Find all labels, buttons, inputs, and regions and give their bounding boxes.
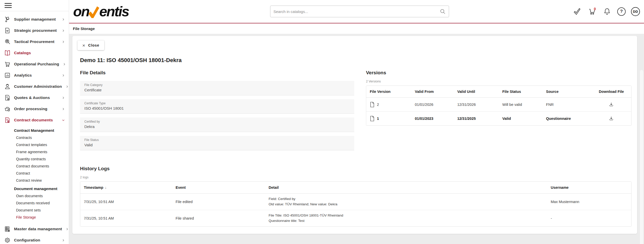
sidebar-item-order-processing[interactable]: Order processing	[0, 103, 69, 114]
log-username: -	[547, 210, 631, 226]
sidebar-item-configuration[interactable]: Configuration	[0, 235, 69, 244]
sidebar-section-document-management: Document management	[0, 184, 69, 192]
file-details-heading: File Details	[80, 70, 354, 76]
col-valid-until: Valid Until	[454, 86, 499, 98]
sidebar-item-master-data-management[interactable]: Master data management	[0, 223, 69, 235]
sidebar-item-tactical-procurement[interactable]: Tactical Procurement	[0, 36, 69, 47]
notifications-bell-icon[interactable]	[602, 7, 612, 16]
sidebar-item-analytics[interactable]: Analytics	[0, 70, 69, 81]
versions-table: File Version Valid From Valid Until File…	[366, 85, 632, 126]
sidebar-item-customer-administration[interactable]: Customer Administration	[0, 81, 69, 92]
field-file-category: File Category Certificate	[80, 81, 354, 95]
help-icon[interactable]: ?	[617, 7, 626, 16]
file-details-section: File Details File Category Certificate C…	[80, 64, 354, 154]
open-book-icon	[4, 50, 11, 56]
col-download-file: Download File	[592, 86, 631, 98]
vertical-scrollbar[interactable]	[640, 70, 643, 244]
field-label: File Category	[84, 83, 350, 87]
user-avatar[interactable]: DD	[631, 7, 640, 16]
field-label: Certificate Type	[84, 102, 350, 105]
sidebar-item-supplier-management[interactable]: Supplier management	[0, 14, 69, 25]
sidebar-item-contracts[interactable]: Contracts	[0, 134, 69, 141]
chevron-right-icon	[61, 40, 65, 44]
sidebar-item-contract-templates[interactable]: Contract templates	[0, 141, 69, 148]
bar-chart-icon	[4, 72, 11, 79]
search-input[interactable]	[273, 9, 440, 14]
sidebar-section-contract-management: Contract Management	[0, 126, 69, 134]
top-header: on entis 0 ? DD	[69, 0, 644, 23]
onventis-logo[interactable]: on entis	[73, 4, 129, 19]
field-label: File Status	[84, 138, 350, 142]
breadcrumb: File Storage	[69, 23, 644, 34]
sidebar-item-label: Master data management	[14, 227, 62, 231]
catalog-search	[270, 6, 449, 17]
valid-until: 12/31/2026	[454, 98, 499, 112]
document-percent-icon	[4, 94, 11, 101]
history-log-row: 7/31/25, 10:51 AM File shared File Title…	[80, 210, 631, 226]
sidebar-item-label: Catalogs	[14, 51, 31, 55]
log-timestamp: 7/31/25, 10:51 AM	[80, 194, 172, 210]
history-logs-section: History Logs 2 logs Timestamp↓ Event Det…	[80, 166, 632, 227]
sidebar-item-contract-documents-sub[interactable]: Contract documents	[0, 163, 69, 170]
document-handshake-icon	[4, 27, 11, 34]
chevron-down-icon	[61, 118, 65, 122]
field-value: Dekra	[84, 124, 350, 129]
sidebar-item-contract-review[interactable]: Contract review	[0, 177, 69, 184]
file-icon	[370, 102, 375, 107]
field-file-status: File Status Valid	[80, 136, 354, 150]
cart-icon[interactable]: 0	[587, 7, 597, 16]
valid-until: 12/31/2025	[454, 112, 499, 125]
sidebar-item-label: Quotes & Auctions	[14, 95, 50, 100]
log-detail-line1: Field: Certified by	[269, 196, 544, 202]
sidebar-item-document-sets[interactable]: Document sets	[0, 207, 69, 214]
chevron-right-icon	[65, 85, 69, 89]
col-valid-from: Valid From	[411, 86, 454, 98]
version-number: 1	[377, 117, 379, 121]
col-timestamp[interactable]: Timestamp↓	[80, 182, 172, 194]
hamburger-menu-button[interactable]	[0, 0, 69, 11]
sidebar-item-quotes-auctions[interactable]: Quotes & Auctions	[0, 92, 69, 103]
chevron-right-icon	[61, 96, 65, 100]
logo-text-part2: entis	[99, 4, 129, 19]
log-detail-line1: File Title: ISO 45001/OSH 18001-TÜV Rhei…	[269, 213, 544, 218]
sidebar-item-frame-agreements[interactable]: Frame agreements	[0, 148, 69, 155]
field-value: ISO 45001/OSH 18001	[84, 106, 350, 110]
help-glyph: ?	[620, 9, 623, 14]
log-detail: Field: Certified by Old value: TÜV Rhein…	[265, 194, 547, 210]
sidebar-item-label: Supplier management	[14, 17, 56, 22]
file-icon	[370, 116, 375, 121]
basket-clock-icon	[4, 106, 11, 112]
log-detail: File Title: ISO 45001/OSH 18001-TÜV Rhei…	[265, 210, 547, 226]
sidebar-item-label: Contract documents	[14, 118, 53, 122]
page-breadcrumb-title: File Storage	[73, 26, 95, 31]
sidebar-item-label: Strategic procurement	[14, 28, 57, 33]
sidebar-item-catalogs[interactable]: Catalogs	[0, 47, 69, 59]
history-logs-count: 2 logs	[80, 176, 632, 179]
hamburger-icon	[5, 2, 12, 9]
sidebar-item-quantity-contracts[interactable]: Quantity contracts	[0, 155, 69, 163]
sidebar-item-contract-documents[interactable]: Contract documents	[0, 114, 69, 126]
log-event: File edited	[172, 194, 265, 210]
avatar-initials: DD	[633, 10, 638, 13]
sidebar-item-contract[interactable]: Contract	[0, 170, 69, 177]
col-source: Source	[543, 86, 592, 98]
sidebar-item-documents-received[interactable]: Documents received	[0, 199, 69, 207]
chevron-right-icon	[62, 62, 66, 66]
sidebar-item-label: Configuration	[14, 238, 40, 242]
field-certified-by: Certified by Dekra	[80, 118, 354, 132]
sidebar-item-label: Operational Purchasing	[14, 62, 59, 66]
sidebar-item-strategic-procurement[interactable]: Strategic procurement	[0, 25, 69, 36]
chevron-right-icon	[65, 227, 69, 231]
approvals-check-icon[interactable]	[572, 7, 582, 16]
sidebar-item-file-storage[interactable]: File Storage	[0, 214, 69, 221]
sidebar-nav: Supplier management Strategic procuremen…	[0, 11, 69, 244]
sidebar-item-own-documents[interactable]: Own documents	[0, 192, 69, 199]
download-file-button[interactable]	[608, 101, 614, 108]
versions-heading: Versions	[366, 70, 632, 76]
sidebar-item-label: Analytics	[14, 73, 32, 78]
close-icon: ×	[82, 43, 85, 48]
sidebar-item-operational-purchasing[interactable]: Operational Purchasing	[0, 59, 69, 70]
close-button[interactable]: × Close	[77, 40, 104, 50]
search-icon[interactable]	[440, 8, 446, 15]
download-file-button[interactable]	[608, 115, 614, 122]
